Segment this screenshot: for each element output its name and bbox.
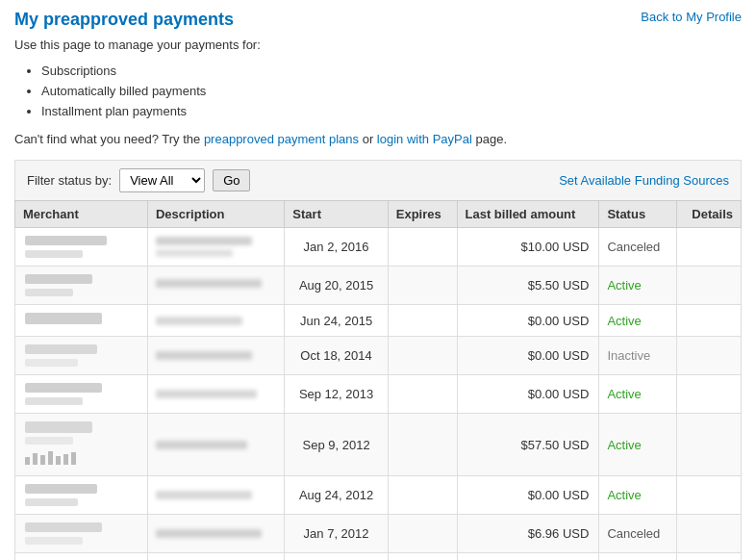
table-header-row: Merchant Description Start Expires Last … [15, 201, 742, 228]
details-cell [677, 414, 742, 476]
start-date: Oct 18, 2014 [285, 337, 388, 375]
description-cell [147, 375, 284, 414]
svg-rect-5 [63, 454, 68, 465]
back-to-profile-link[interactable]: Back to My Profile [641, 10, 742, 24]
intro-text: Use this page to manage your payments fo… [14, 38, 742, 52]
start-date: Aug 20, 2015 [285, 267, 388, 305]
table-row: Oct 18, 2014 $0.00 USD Inactive [15, 337, 742, 375]
bullet-subscriptions: Subscriptions [41, 64, 742, 78]
merchant-cell [15, 414, 148, 476]
table-row: Jun 21, 2011 $0.00 USD Active [15, 553, 742, 561]
status: Canceled [599, 228, 677, 267]
details-cell [677, 337, 742, 375]
details-cell [677, 476, 742, 515]
start-date: Jan 2, 2016 [285, 228, 388, 267]
table-row: Jun 24, 2015 $0.00 USD Active [15, 305, 742, 337]
status: Active [599, 476, 677, 515]
table-row: Jan 7, 2012 $6.96 USD Canceled [15, 515, 742, 553]
start-date: Jun 21, 2011 [285, 553, 388, 561]
status: Active [599, 414, 677, 476]
expires-date [388, 228, 457, 267]
expires-date [388, 515, 457, 553]
description-cell [147, 515, 284, 553]
start-date: Jun 24, 2015 [285, 305, 388, 337]
merchant-cell [15, 476, 148, 515]
status: Active [599, 305, 677, 337]
bullet-installment: Installment plan payments [41, 104, 742, 118]
last-billed: $0.00 USD [457, 553, 599, 561]
login-paypal-link[interactable]: login with PayPal [377, 132, 472, 146]
filter-left: Filter status by: View All Active Inacti… [27, 168, 250, 192]
col-description: Description [147, 201, 284, 228]
col-expires: Expires [388, 201, 457, 228]
expires-date [388, 414, 457, 476]
details-cell [677, 228, 742, 267]
merchant-cell [15, 228, 148, 267]
expires-date [388, 476, 457, 515]
table-row: Sep 12, 2013 $0.00 USD Active [15, 375, 742, 414]
last-billed: $5.50 USD [457, 267, 599, 305]
last-billed: $6.96 USD [457, 515, 599, 553]
details-cell [677, 267, 742, 305]
last-billed: $0.00 USD [457, 337, 599, 375]
status: Canceled [599, 515, 677, 553]
last-billed: $0.00 USD [457, 375, 599, 414]
merchant-cell [15, 375, 148, 414]
merchant-cell [15, 267, 148, 305]
svg-rect-1 [33, 453, 38, 465]
help-text-middle: or [359, 132, 377, 146]
svg-rect-6 [71, 452, 76, 465]
help-text: Can't find what you need? Try the preapp… [14, 132, 742, 146]
page-title: My preapproved payments [14, 10, 234, 30]
funding-sources-link[interactable]: Set Available Funding Sources [559, 173, 729, 188]
preapproved-plans-link[interactable]: preapproved payment plans [204, 132, 359, 146]
description-cell [147, 476, 284, 515]
last-billed: $10.00 USD [457, 228, 599, 267]
description-cell [147, 337, 284, 375]
status: Active [599, 375, 677, 414]
expires-date [388, 337, 457, 375]
expires-date [388, 375, 457, 414]
svg-rect-2 [40, 455, 45, 465]
svg-rect-4 [56, 456, 61, 465]
description-cell [147, 553, 284, 561]
expires-date [388, 553, 457, 561]
filter-status-select[interactable]: View All Active Inactive Canceled [119, 168, 205, 192]
details-cell [677, 515, 742, 553]
payments-table: Merchant Description Start Expires Last … [14, 200, 742, 560]
last-billed: $0.00 USD [457, 305, 599, 337]
filter-label: Filter status by: [27, 173, 112, 188]
last-billed: $57.50 USD [457, 414, 599, 476]
start-date: Sep 9, 2012 [285, 414, 388, 476]
bullet-auto-billed: Automatically billed payments [41, 84, 742, 98]
status: Inactive [599, 337, 677, 375]
description-cell [147, 267, 284, 305]
table-row: Aug 24, 2012 $0.00 USD Active [15, 476, 742, 515]
start-date: Jan 7, 2012 [285, 515, 388, 553]
table-row: Sep 9, 2012 $57.50 USD Active [15, 414, 742, 476]
merchant-cell [15, 553, 148, 561]
col-status: Status [599, 201, 677, 228]
start-date: Sep 12, 2013 [285, 375, 388, 414]
go-button[interactable]: Go [213, 169, 250, 191]
svg-rect-3 [48, 451, 53, 465]
details-cell [677, 305, 742, 337]
filter-bar: Filter status by: View All Active Inacti… [14, 160, 742, 200]
svg-rect-0 [25, 457, 30, 465]
table-row: Aug 20, 2015 $5.50 USD Active [15, 267, 742, 305]
description-cell [147, 414, 284, 476]
page-container: My preapproved payments Back to My Profi… [0, 0, 756, 560]
col-details: Details [677, 201, 742, 228]
status: Active [599, 553, 677, 561]
last-billed: $0.00 USD [457, 476, 599, 515]
details-cell [677, 375, 742, 414]
help-text-after: page. [472, 132, 507, 146]
bullet-list: Subscriptions Automatically billed payme… [41, 64, 742, 118]
expires-date [388, 267, 457, 305]
merchant-cell [15, 337, 148, 375]
col-merchant: Merchant [15, 201, 148, 228]
col-last-billed: Last billed amount [457, 201, 599, 228]
header-row: My preapproved payments Back to My Profi… [14, 10, 742, 30]
expires-date [388, 305, 457, 337]
details-cell [677, 553, 742, 561]
